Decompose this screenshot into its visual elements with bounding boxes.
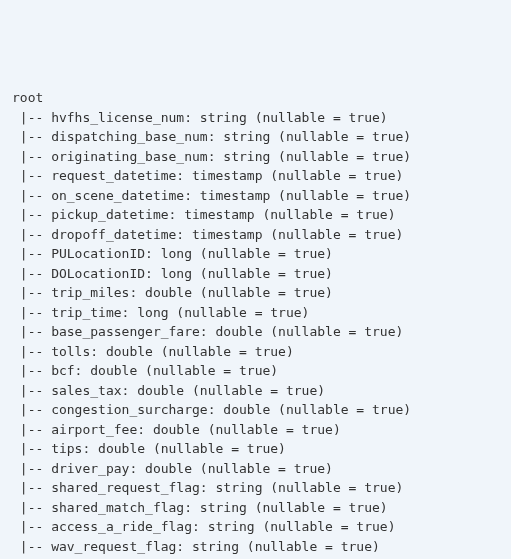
schema-field-row: |-- PULocationID: long (nullable = true) — [12, 244, 499, 264]
schema-field-row: |-- access_a_ride_flag: string (nullable… — [12, 517, 499, 537]
schema-field-row: |-- dispatching_base_num: string (nullab… — [12, 127, 499, 147]
schema-field-row: |-- tolls: double (nullable = true) — [12, 342, 499, 362]
schema-field-row: |-- trip_miles: double (nullable = true) — [12, 283, 499, 303]
schema-field-row: |-- congestion_surcharge: double (nullab… — [12, 400, 499, 420]
schema-field-row: |-- request_datetime: timestamp (nullabl… — [12, 166, 499, 186]
schema-field-row: |-- base_passenger_fare: double (nullabl… — [12, 322, 499, 342]
schema-field-row: |-- shared_request_flag: string (nullabl… — [12, 478, 499, 498]
schema-field-row: |-- sales_tax: double (nullable = true) — [12, 381, 499, 401]
schema-field-row: |-- DOLocationID: long (nullable = true) — [12, 264, 499, 284]
schema-field-row: |-- originating_base_num: string (nullab… — [12, 147, 499, 167]
schema-output: root |-- hvfhs_license_num: string (null… — [12, 88, 499, 559]
schema-field-row: |-- trip_time: long (nullable = true) — [12, 303, 499, 323]
schema-field-row: |-- dropoff_datetime: timestamp (nullabl… — [12, 225, 499, 245]
schema-field-row: |-- bcf: double (nullable = true) — [12, 361, 499, 381]
schema-field-row: |-- hvfhs_license_num: string (nullable … — [12, 108, 499, 128]
schema-field-row: |-- driver_pay: double (nullable = true) — [12, 459, 499, 479]
schema-field-row: |-- shared_match_flag: string (nullable … — [12, 498, 499, 518]
schema-field-row: |-- wav_request_flag: string (nullable =… — [12, 537, 499, 557]
schema-field-row: |-- on_scene_datetime: timestamp (nullab… — [12, 186, 499, 206]
schema-field-row: |-- airport_fee: double (nullable = true… — [12, 420, 499, 440]
schema-field-row: |-- tips: double (nullable = true) — [12, 439, 499, 459]
schema-field-row: |-- pickup_datetime: timestamp (nullable… — [12, 205, 499, 225]
schema-root-label: root — [12, 88, 499, 108]
